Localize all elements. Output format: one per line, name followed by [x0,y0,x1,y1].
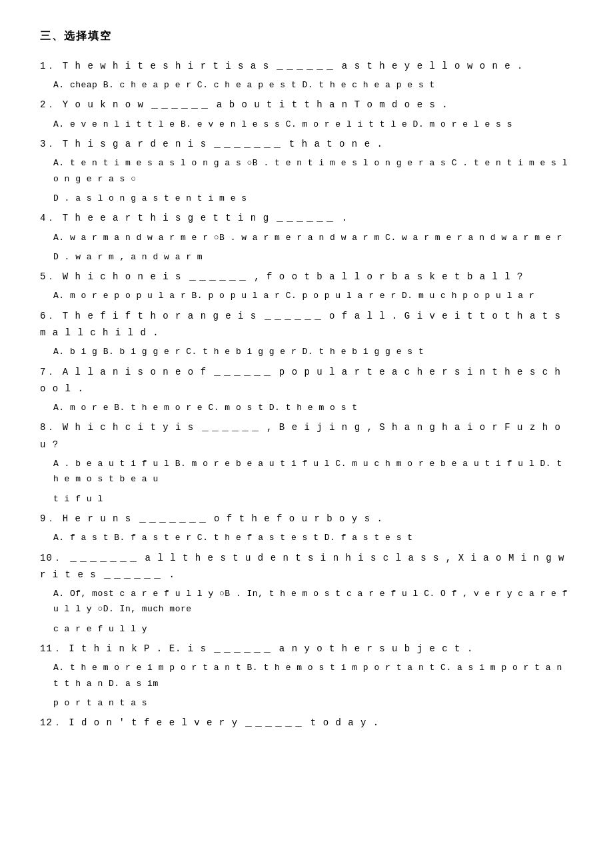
question-text: 11． I t h i n k P . E. i s ＿＿＿＿＿＿ a n y … [40,641,573,657]
options-text: A. e v e n l i t t l e B. e v e n l e s … [40,117,573,132]
options-text: A. w a r m a n d w a r m e r ○B . w a r … [40,230,573,245]
options-text: t i f u l [40,491,573,507]
options-text: A. m o r e p o p u l a r B. p o p u l a … [40,288,573,303]
question-item: 9． H e r u n s ＿＿＿＿＿＿＿ o f t h e f o u r… [40,511,573,546]
section-title: 三、选择填空 [40,27,573,46]
options-text: c a r e f u l l y [40,621,573,637]
options-text: A. f a s t B. f a s t e r C. t h e f a s… [40,530,573,545]
options-text: A. Of, most c a r e f u l l y ○B . In, t… [40,586,573,617]
options-text: p o r t a n t a s [40,695,573,711]
question-text: 2． Y o u k n o w ＿＿＿＿＿＿ a b o u t i t t … [40,97,573,113]
question-text: 10． ＿＿＿＿＿＿＿ a l l t h e s t u d e n t s … [40,550,573,583]
question-item: 10． ＿＿＿＿＿＿＿ a l l t h e s t u d e n t s … [40,550,573,637]
question-text: 7． A l l a n i s o n e o f ＿＿＿＿＿＿ p o p … [40,364,573,397]
question-item: 7． A l l a n i s o n e o f ＿＿＿＿＿＿ p o p … [40,364,573,416]
question-item: 4． T h e e a r t h i s g e t t i n g ＿＿＿… [40,210,573,265]
question-item: 1． T h e w h i t e s h i r t i s a s ＿＿＿… [40,58,573,93]
options-text: D . w a r m , a n d w a r m [40,249,573,265]
question-item: 8． W h i c h c i t y i s ＿＿＿＿＿＿ , B e i … [40,419,573,507]
question-item: 3． T h i s g a r d e n i s ＿＿＿＿＿＿＿ t h a… [40,136,573,206]
question-item: 6． T h e f i f t h o r a n g e i s ＿＿＿＿＿… [40,308,573,360]
question-text: 1． T h e w h i t e s h i r t i s a s ＿＿＿… [40,58,573,75]
question-text: 5． W h i c h o n e i s ＿＿＿＿＿＿ , f o o t … [40,269,573,285]
question-item: 11． I t h i n k P . E. i s ＿＿＿＿＿＿ a n y … [40,641,573,711]
options-text: A . b e a u t i f u l B. m o r e b e a u… [40,456,573,487]
options-text: A. t e n t i m e s a s l o n g a s ○B . … [40,155,573,187]
options-text: A. t h e m o r e i m p o r t a n t B. t … [40,660,573,691]
question-text: 12． I d o n ' t f e e l v e r y ＿＿＿＿＿＿ t… [40,715,573,731]
question-item: 5． W h i c h o n e i s ＿＿＿＿＿＿ , f o o t … [40,269,573,304]
question-text: 3． T h i s g a r d e n i s ＿＿＿＿＿＿＿ t h a… [40,136,573,153]
question-item: 2． Y o u k n o w ＿＿＿＿＿＿ a b o u t i t t … [40,97,573,132]
question-text: 6． T h e f i f t h o r a n g e i s ＿＿＿＿＿… [40,308,573,341]
options-text: A. m o r e B. t h e m o r e C. m o s t D… [40,400,573,415]
question-item: 12． I d o n ' t f e e l v e r y ＿＿＿＿＿＿ t… [40,715,573,731]
options-text: A. cheap B. c h e a p e r C. c h e a p e… [40,77,573,93]
question-text: 9． H e r u n s ＿＿＿＿＿＿＿ o f t h e f o u r… [40,511,573,527]
question-text: 8． W h i c h c i t y i s ＿＿＿＿＿＿ , B e i … [40,419,573,453]
options-text: D . a s l o n g a s t e n t i m e s [40,191,573,206]
question-text: 4． T h e e a r t h i s g e t t i n g ＿＿＿… [40,210,573,227]
options-text: A. b i g B. b i g g e r C. t h e b i g g… [40,344,573,359]
